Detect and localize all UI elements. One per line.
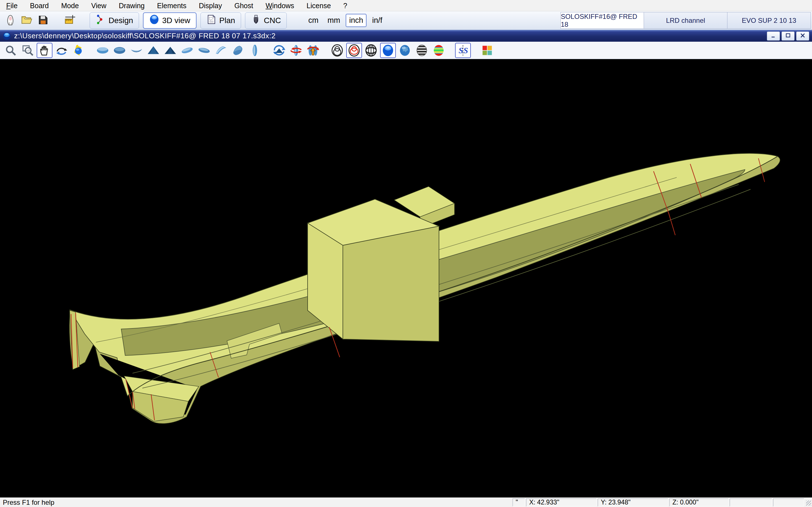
status-bar: Press F1 for help "X: 42.933"Y: 23.948"Z… — [0, 497, 812, 507]
mode-button-3d-view[interactable]: 3D view — [143, 12, 197, 29]
color-palette-icon[interactable] — [479, 43, 495, 58]
status-unit-symbol: " — [513, 499, 525, 506]
unit-selector: cmmminchin/f — [305, 14, 386, 27]
outline-shaded-icon[interactable] — [230, 43, 246, 58]
svg-text:S: S — [463, 46, 468, 55]
outline-tilted-icon[interactable] — [213, 43, 229, 58]
rotate-horizontal-icon[interactable] — [288, 43, 304, 58]
rocker-profile-icon[interactable] — [129, 43, 144, 58]
mode-button-cnc[interactable]: CNC — [245, 12, 287, 29]
menu-item-drawing[interactable]: Drawing — [112, 0, 151, 11]
flip-vertical-icon[interactable] — [271, 43, 287, 58]
perspective-left-icon[interactable] — [179, 43, 195, 58]
maximize-button[interactable] — [781, 32, 795, 41]
svg-text:S: S — [458, 46, 463, 55]
menu-item--[interactable]: ? — [337, 0, 354, 11]
mode-button-design[interactable]: Design — [90, 12, 139, 29]
status-empty-2 — [773, 499, 804, 506]
minimize-icon — [770, 33, 776, 40]
mode-button-label: Plan — [219, 16, 235, 25]
mode-button-label: CNC — [264, 16, 281, 25]
document-tab[interactable]: LRD channel — [644, 12, 727, 29]
document-tab[interactable]: EVO SUP 2 10 13 — [727, 12, 811, 29]
mode-button-label: Design — [109, 16, 133, 25]
export-folder-icon — [37, 14, 49, 27]
maximize-icon — [785, 33, 791, 40]
unit-button-in-f[interactable]: in/f — [369, 14, 386, 27]
glove-button[interactable] — [2, 12, 18, 29]
ruler-button[interactable] — [62, 12, 79, 29]
shaded-texture-icon[interactable] — [397, 43, 413, 58]
section-front-icon[interactable] — [146, 43, 161, 58]
boat-hull-render — [0, 59, 812, 497]
rotate-view-icon[interactable] — [54, 43, 69, 58]
menu-item-file[interactable]: File — [4, 0, 24, 11]
mode-button-plan[interactable]: Plan — [200, 12, 241, 29]
status-help-text: Press F1 for help — [3, 499, 54, 506]
menu-item-ghost[interactable]: Ghost — [228, 0, 259, 11]
zebra-stripes-icon[interactable] — [414, 43, 430, 58]
curvature-map-icon[interactable] — [431, 43, 447, 58]
document-title-bar[interactable]: z:\Users\dennery\Desktop\soloskiff\SOLOS… — [0, 30, 812, 42]
rotate-upright-icon[interactable] — [305, 43, 321, 58]
open-folder-icon — [21, 14, 33, 27]
export-folder-button[interactable] — [35, 12, 51, 29]
pan-hand-icon[interactable] — [37, 43, 52, 58]
close-button[interactable] — [796, 32, 809, 41]
status-x-coordinate: X: 42.933" — [526, 499, 597, 506]
document-tabs: SOLOSKIFF#16@ FRED 18LRD channelEVO SUP … — [560, 12, 811, 29]
cnc-bit-icon — [251, 14, 261, 26]
menu-item-license[interactable]: License — [300, 0, 337, 11]
status-empty-1 — [730, 499, 772, 506]
menu-item-view[interactable]: View — [85, 0, 113, 11]
outline-vertical-icon[interactable] — [247, 43, 263, 58]
zoom-window-icon[interactable] — [20, 43, 36, 58]
view-icon-toolbar: SS — [0, 42, 812, 59]
unit-button-inch[interactable]: inch — [346, 14, 366, 27]
menu-bar: FileBoardModeViewDrawingElementsDisplayG… — [0, 0, 812, 11]
document-title: z:\Users\dennery\Desktop\soloskiff\SOLOS… — [14, 32, 275, 40]
minimize-button[interactable] — [767, 32, 780, 41]
perspective-right-icon[interactable] — [196, 43, 212, 58]
section-back-icon[interactable] — [162, 43, 178, 58]
wireframe-sections-icon[interactable] — [346, 43, 362, 58]
design-nodes-icon — [96, 14, 106, 26]
open-folder-button[interactable] — [18, 12, 35, 29]
menu-item-windows[interactable]: Windows — [259, 0, 300, 11]
viewport-3d[interactable] — [0, 59, 812, 497]
cabin-right-face — [343, 226, 439, 341]
wireframe-icon[interactable] — [329, 43, 345, 58]
menu-item-board[interactable]: Board — [24, 0, 55, 11]
unit-button-cm[interactable]: cm — [305, 14, 322, 27]
status-y-coordinate: Y: 23.948" — [598, 499, 668, 506]
status-z-coordinate: Z: 0.000" — [669, 499, 728, 506]
menu-item-mode[interactable]: Mode — [55, 0, 85, 11]
glove-icon — [4, 14, 16, 27]
document-sphere-icon — [2, 32, 11, 41]
top-view-light-icon[interactable] — [95, 43, 110, 58]
unit-button-mm[interactable]: mm — [324, 14, 343, 27]
wireframe-mesh-icon[interactable] — [363, 43, 379, 58]
sphere-icon — [149, 14, 159, 26]
ruler-icon — [64, 14, 76, 27]
zoom-icon[interactable] — [3, 43, 18, 58]
mode-button-label: 3D view — [162, 16, 190, 25]
document-tab[interactable]: SOLOSKIFF#16@ FRED 18 — [560, 12, 644, 29]
shaded-solid-icon[interactable] — [380, 43, 396, 58]
symmetry-compare-icon[interactable]: SS — [455, 43, 471, 58]
top-view-dark-icon[interactable] — [112, 43, 128, 58]
render-light-icon[interactable] — [70, 43, 86, 58]
main-toolbar: Design3D viewPlanCNC cmmminchin/f SOLOSK… — [0, 11, 812, 30]
menu-item-elements[interactable]: Elements — [151, 0, 193, 11]
close-icon — [800, 33, 806, 40]
plan-document-icon — [206, 14, 216, 26]
resize-grip[interactable] — [805, 499, 812, 506]
menu-item-display[interactable]: Display — [193, 0, 228, 11]
